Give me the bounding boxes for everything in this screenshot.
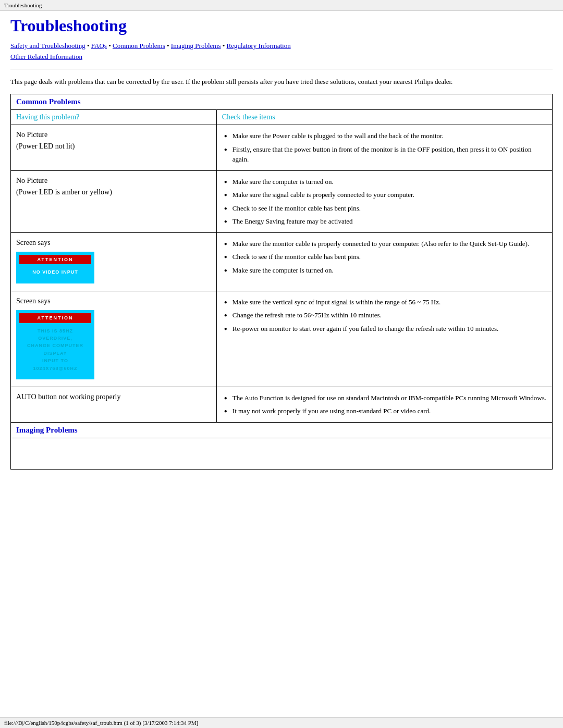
col-header-check: Check these items [216,110,552,125]
status-bar: file:///D|/C/english/150p4cgbs/safety/sa… [0,717,563,728]
screen-message: NO VIDEO INPUT [19,264,91,280]
screen-overdrive-box: ATTENTION THIS IS 85HZ OVERDRIVE,CHANGE … [16,310,94,379]
breadcrumb-link-imaging[interactable]: Imaging Problems [171,42,221,50]
problems-table: Common Problems Having this problem? Che… [10,94,553,470]
list-item: Check to see if the monitor cable has be… [222,202,547,215]
column-headers: Having this problem? Check these items [11,110,553,125]
list-item: The Auto Function is designed for use on… [222,391,547,405]
table-row: Screen says ATTENTION NO VIDEO INPUT Mak… [11,232,553,291]
problem-cell: Screen says ATTENTION THIS IS 85HZ OVERD… [11,291,217,387]
breadcrumb-link-other[interactable]: Other Related Information [10,53,82,60]
table-row: No Picture(Power LED not lit) Make sure … [11,125,553,171]
imaging-problems-title: Imaging Problems [11,422,553,438]
divider [10,69,553,69]
list-item: Change the refresh rate to 56~75Hz withi… [222,309,547,322]
breadcrumb-link-safety[interactable]: Safety and Troubleshooting [10,42,85,50]
screen-no-video-box: ATTENTION NO VIDEO INPUT [16,252,94,283]
table-row: AUTO button not working properly The Aut… [11,387,553,422]
page-title: Troubleshooting [10,16,553,35]
list-item: Make sure the signal cable is properly c… [222,188,547,202]
table-row: No Picture(Power LED is amber or yellow)… [11,170,553,232]
attention-bar: ATTENTION [19,255,91,264]
list-item: Firstly, ensure that the power button in… [222,143,547,166]
screen-message2: THIS IS 85HZ OVERDRIVE,CHANGE COMPUTER D… [19,323,91,376]
table-row: Screen says ATTENTION THIS IS 85HZ OVERD… [11,291,553,387]
check-cell: Make sure the Power cable is plugged to … [216,125,552,171]
breadcrumb-link-faqs[interactable]: FAQs [91,42,107,50]
common-problems-title: Common Problems [11,94,553,110]
check-cell: Make sure the vertical sync of input sig… [216,291,552,387]
problem-cell: AUTO button not working properly [11,387,217,422]
list-item: Check to see if the monitor cable has be… [222,250,547,264]
imaging-problems-header: Imaging Problems [11,422,553,438]
screen-says-label2: Screen says [16,297,51,305]
list-item: Re-power on monitor to start over again … [222,322,547,336]
problem-cell: No Picture(Power LED is amber or yellow) [11,170,217,232]
breadcrumb-link-common[interactable]: Common Problems [113,42,165,50]
check-cell: Make sure the computer is turned on. Mak… [216,170,552,232]
list-item: Make sure the computer is turned on. [222,175,547,189]
list-item: Make sure the Power cable is plugged to … [222,129,547,143]
attention-bar2: ATTENTION [19,313,91,323]
empty-row [11,438,553,469]
list-item: Make sure the vertical sync of input sig… [222,295,547,309]
problem-cell: No Picture(Power LED not lit) [11,125,217,171]
list-item: Make sure the computer is turned on. [222,264,547,277]
check-cell: The Auto Function is designed for use on… [216,387,552,422]
list-item: It may not work properly if you are usin… [222,404,547,418]
breadcrumb-link-regulatory[interactable]: Regulatory Information [227,42,291,50]
browser-tab: Troubleshooting [0,0,563,11]
list-item: The Energy Saving feature may be activat… [222,215,547,228]
breadcrumb: Safety and Troubleshooting • FAQs • Comm… [10,41,553,63]
col-header-problem: Having this problem? [11,110,217,125]
screen-says-label: Screen says [16,239,51,246]
check-cell: Make sure the monitor cable is properly … [216,232,552,291]
list-item: Make sure the monitor cable is properly … [222,237,547,251]
common-problems-header: Common Problems [11,94,553,110]
problem-cell: Screen says ATTENTION NO VIDEO INPUT [11,232,217,291]
intro-text: This page deals with problems that can b… [10,77,553,87]
